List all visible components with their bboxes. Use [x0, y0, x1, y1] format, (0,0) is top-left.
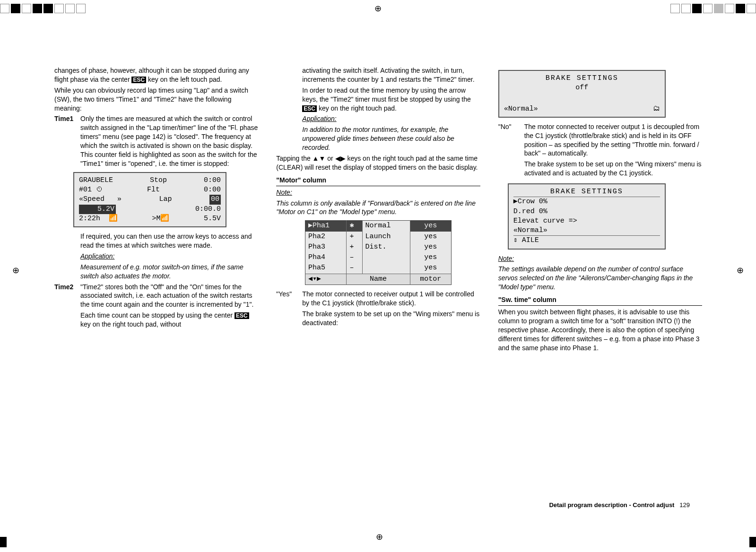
crosshair-icon: ⊕ [374, 3, 382, 14]
column-1: changes of phase, however, although it c… [54, 66, 258, 354]
phase-table: ▶Pha1✱Normalyes Pha2+Launchyes Pha3+Dist… [305, 220, 452, 285]
paragraph: While you can obviously record lap times… [54, 86, 258, 113]
time1-after: If required, you can then use the arrow … [80, 232, 258, 250]
esc-key: ESC [235, 312, 249, 319]
no-body2: The brake system to be set up on the "Wi… [524, 160, 702, 178]
time2-body: "Time2" stores both the "Off" and the "O… [80, 283, 258, 310]
note-heading: Note: [498, 254, 702, 263]
crosshair-icon: ⊕ [737, 265, 744, 276]
paragraph: activating the switch itself. Activating… [302, 66, 480, 84]
time1-label: Time1 [54, 114, 80, 168]
crosshair-icon: ⊕ [376, 531, 383, 543]
column-2: activating the switch itself. Activating… [276, 66, 480, 354]
no-label: "No" [498, 122, 524, 180]
registration-marks: ⊕ [0, 3, 756, 14]
note-body: This column is only available if "Forwar… [276, 199, 480, 217]
application-body: Measurement of e.g. motor switch-on time… [80, 263, 258, 281]
esc-key: ESC [131, 77, 146, 83]
crosshair-icon: ⊕ [12, 265, 19, 276]
lcd-brake-off: BRAKE SETTINGS off «Normal»🗂 [498, 70, 666, 118]
application-heading: Application: [302, 114, 480, 123]
sw-time-body: When you switch between flight phases, i… [498, 308, 702, 352]
lcd-brake-settings: BRAKE SETTINGS ▶Crow 0% D.red 0% Elevat … [508, 183, 666, 250]
lcd-display-basic: GRAUBELEStop0:00 #01 ⏲Flt0:00 «Speed »La… [73, 172, 226, 227]
time2-body2: Each time count can be stopped by using … [80, 311, 258, 329]
yes-body1: The motor connected to receiver output 1… [302, 290, 480, 308]
page-content: changes of phase, however, although it c… [54, 66, 702, 354]
motor-column-heading: "Motor" column [276, 176, 480, 186]
application-body: In addition to the motor runtimes, for e… [302, 125, 480, 152]
note-body: The settings available depend on the num… [498, 265, 702, 292]
yes-body2: The brake system to be set up on the "Wi… [302, 310, 480, 328]
esc-key: ESC [302, 105, 317, 112]
sw-time-heading: "Sw. time" column [498, 295, 702, 306]
time1-body: Only the times are measured at which the… [80, 114, 258, 168]
page-icon: 🗂 [653, 104, 660, 114]
time2-label: Time2 [54, 283, 80, 310]
clear-paragraph: Tapping the ▲▼ or ◀▶ keys on the right t… [276, 154, 480, 172]
yes-label: "Yes" [276, 290, 302, 329]
page-footer: Detail program description - Control adj… [549, 501, 690, 509]
note-heading: Note: [276, 188, 480, 197]
no-body1: The motor connected to receiver output 1… [524, 122, 702, 158]
paragraph: In order to read out the time memory by … [302, 86, 480, 113]
application-heading: Application: [80, 252, 258, 261]
paragraph: changes of phase, however, although it c… [54, 66, 258, 84]
column-3: BRAKE SETTINGS off «Normal»🗂 "No" The mo… [498, 66, 702, 354]
